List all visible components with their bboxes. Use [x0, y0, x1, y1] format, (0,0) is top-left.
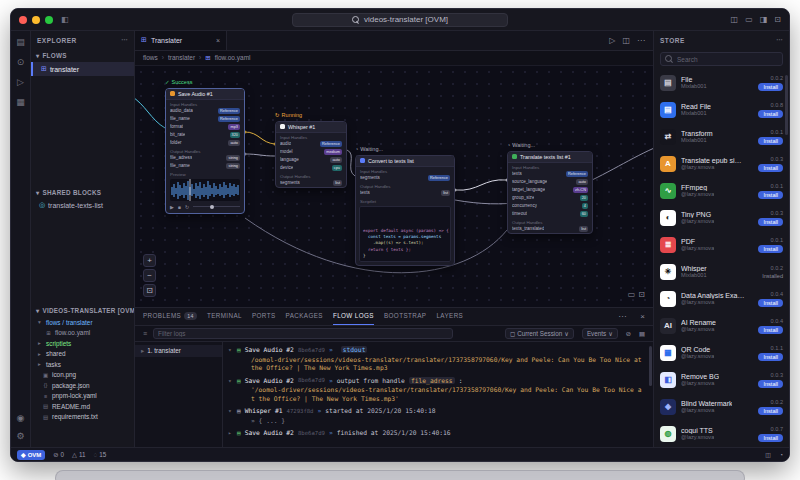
store-item[interactable]: ✳ Whisper Mixlab001 0.0.2 Installed: [654, 258, 789, 285]
list-icon[interactable]: ≡: [143, 330, 147, 337]
input-handle-row[interactable]: model medium: [276, 148, 346, 156]
node-whisper-1[interactable]: ↻ Running Whisper #1 Input Handles: [275, 111, 347, 188]
flows-section-header[interactable]: ▾ FLOWS: [31, 49, 134, 62]
store-search-input[interactable]: [677, 56, 778, 63]
log-expand-chevron-icon[interactable]: ▾: [227, 346, 233, 353]
log-tree-item[interactable]: ▸ 1. translater: [135, 345, 222, 357]
output-handle-row[interactable]: file_name string: [166, 162, 244, 170]
minimize-window-button[interactable]: [32, 16, 40, 24]
store-item[interactable]: A Translate epub side by ... @lazy.smova…: [654, 150, 789, 177]
filter-logs-input[interactable]: [153, 328, 453, 339]
session-dropdown[interactable]: ◻ Current Session ∨: [505, 328, 574, 339]
input-handle-row[interactable]: device cpu: [276, 164, 346, 172]
panel-tab[interactable]: PROBLEMS 14: [143, 308, 197, 325]
install-button[interactable]: Install: [758, 407, 783, 415]
input-handle-row[interactable]: file_name Reference: [166, 115, 244, 123]
explorer-icon[interactable]: ▤: [16, 37, 25, 47]
file-tree-item[interactable]: {} package.json: [31, 380, 134, 391]
install-button[interactable]: Install: [758, 326, 783, 334]
store-item[interactable]: ⇄ Transform Mixlab001 0.0.1 Install: [654, 123, 789, 150]
input-handle-row[interactable]: texts Reference: [508, 170, 592, 178]
input-handle-row[interactable]: concurrency 4: [508, 202, 592, 210]
close-window-button[interactable]: [19, 16, 27, 24]
file-tree-item[interactable]: ▸ shared: [31, 349, 134, 360]
node-translate-texts-list-1[interactable]: ◔ Waiting... Translate texts list #1 Inp…: [507, 141, 593, 234]
panel-tab[interactable]: PORTS: [252, 308, 276, 325]
input-handle-row[interactable]: audio_data Reference: [166, 107, 244, 115]
flow-canvas[interactable]: ✓ Success Save Audio #1 Input Handles: [135, 66, 653, 308]
install-button[interactable]: Install: [758, 83, 783, 91]
panel-tab[interactable]: PACKAGES: [286, 308, 323, 325]
log-expand-chevron-icon[interactable]: ▾: [227, 377, 233, 384]
install-button[interactable]: Install: [758, 218, 783, 226]
install-button[interactable]: Install: [758, 191, 783, 199]
panel-tab[interactable]: BOOTSTRAP: [384, 308, 426, 325]
install-button[interactable]: Install: [758, 137, 783, 145]
zoom-in-button[interactable]: +: [143, 254, 156, 267]
breadcrumb-translater[interactable]: translater: [168, 54, 195, 61]
zoom-fit-button[interactable]: ⊡: [143, 284, 156, 297]
editor-more-icon[interactable]: ⋯: [637, 36, 645, 45]
install-button[interactable]: Install: [758, 245, 783, 253]
events-dropdown[interactable]: Events ∨: [582, 328, 618, 339]
store-item[interactable]: AI AI Rename @lazy.smova 0.0.4 Install: [654, 312, 789, 339]
output-handle-row[interactable]: file_adress string: [166, 154, 244, 162]
toggle-panel-icon[interactable]: ◫: [731, 15, 739, 24]
file-tree-item[interactable]: ▤ README.md: [31, 401, 134, 412]
scriptlet-code[interactable]: export default async (params) => { const…: [359, 206, 451, 262]
store-item[interactable]: ◧ Remove BG @lazy.smova 0.0.3 Install: [654, 366, 789, 393]
file-tree-item[interactable]: ▾ flows / translater: [31, 317, 134, 328]
store-item[interactable]: ◍ coqui TTS @lazy.smova 0.0.7 Install: [654, 420, 789, 447]
panel-more-icon[interactable]: ⋯: [618, 312, 626, 321]
install-button[interactable]: Install: [758, 434, 783, 442]
run-flow-icon[interactable]: ▷: [609, 36, 615, 45]
store-item[interactable]: ◔ Data Analysis Examples @lazy.smova 0.0…: [654, 285, 789, 312]
input-handle-row[interactable]: timeout 60: [508, 210, 592, 218]
store-item[interactable]: ▦ QR Code @lazy.smova 0.1.1 Install: [654, 339, 789, 366]
command-center[interactable]: videos-translater [OVM]: [292, 13, 508, 27]
close-tab-icon[interactable]: ×: [216, 37, 220, 44]
panel-tab[interactable]: LAYERS: [436, 308, 463, 325]
loop-icon[interactable]: ↻: [185, 204, 189, 210]
input-handle-row[interactable]: group_size 20: [508, 194, 592, 202]
layout-status-icon[interactable]: ◫: [765, 451, 771, 458]
store-item[interactable]: ▤ Read File Mixlab001 0.0.8 Install: [654, 96, 789, 123]
install-button[interactable]: Install: [758, 164, 783, 172]
breadcrumb-file[interactable]: flow.oo.yaml: [215, 54, 251, 61]
warnings-count[interactable]: △ 11: [72, 451, 85, 458]
tab-translater[interactable]: ⊞ Translater ×: [135, 31, 227, 50]
flow-logs-list[interactable]: ▾ ▤ Save Audio #2 8be6a7d9 » stdout: [223, 342, 653, 447]
log-entry[interactable]: ▾ ▤ Whisper #1 47293f8d » started at 202…: [227, 406, 645, 426]
node-save-audio-1[interactable]: ✓ Success Save Audio #1 Input Handles: [165, 78, 245, 214]
input-handle-row[interactable]: folder auto: [166, 139, 244, 147]
toggle-bottombar-icon[interactable]: ▭: [745, 15, 753, 24]
errors-count[interactable]: ⊘ 0: [53, 451, 64, 458]
search-icon[interactable]: ⊙: [17, 57, 25, 67]
zoom-out-button[interactable]: −: [143, 269, 156, 282]
fullscreen-icon[interactable]: ⊡: [638, 290, 645, 299]
store-item[interactable]: ◈ Blind Watermark @lazy.smova 0.0.2 Inst…: [654, 393, 789, 420]
log-settings-icon[interactable]: ▤: [639, 330, 645, 337]
hints-count[interactable]: ◌ 15: [93, 451, 106, 458]
shared-blocks-section-header[interactable]: ▾ SHARED BLOCKS: [31, 186, 134, 199]
panel-tab[interactable]: TERMINAL: [207, 308, 242, 325]
store-more-icon[interactable]: ⋯: [776, 36, 783, 44]
sidebar-item-flow[interactable]: ⊞ translater: [31, 62, 134, 76]
file-tree-item[interactable]: ▤ requirements.txt: [31, 412, 134, 423]
store-item[interactable]: ◐ Tiny PNG @lazy.smova 0.0.3 Install: [654, 204, 789, 231]
ovm-badge[interactable]: ◆ OVM: [17, 450, 45, 460]
logs-scrollbar[interactable]: [649, 346, 652, 386]
settings-icon[interactable]: ⚙: [16, 431, 24, 441]
zoom-window-button[interactable]: [45, 16, 53, 24]
explorer-more-icon[interactable]: ⋯: [121, 36, 128, 44]
run-icon[interactable]: ▷: [17, 77, 24, 87]
log-entry[interactable]: ▸ ▤ Save Audio #2 8be6a7d9 » finished at…: [227, 428, 645, 438]
input-handle-row[interactable]: audio Reference: [276, 140, 346, 148]
file-tree-item[interactable]: ▸ scriptlets: [31, 338, 134, 349]
log-entry[interactable]: ▾ ▤ Save Audio #2 8be6a7d9 » stdout: [227, 345, 645, 374]
input-handle-row[interactable]: segments Reference: [356, 174, 454, 182]
volume-slider[interactable]: [193, 206, 240, 207]
input-handle-row[interactable]: language auto: [276, 156, 346, 164]
play-icon[interactable]: ▶: [170, 204, 174, 210]
install-button[interactable]: Install: [758, 110, 783, 118]
